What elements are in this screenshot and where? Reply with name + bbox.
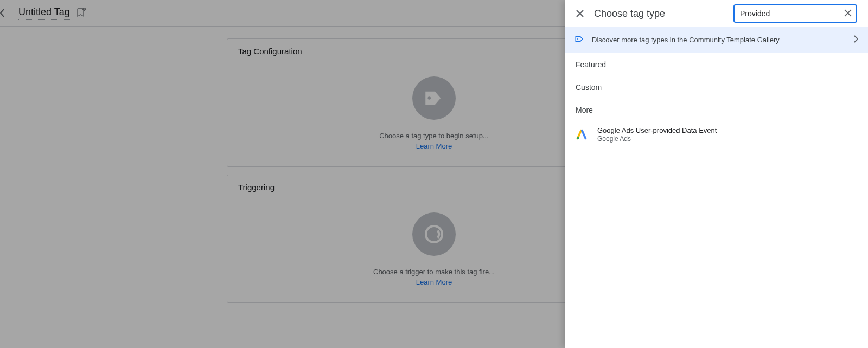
panel-header: Choose tag type <box>565 0 868 27</box>
choose-tag-type-panel: Choose tag type Discover more tag types … <box>565 0 868 348</box>
search-input[interactable] <box>740 9 843 18</box>
google-ads-icon <box>576 128 588 140</box>
section-featured: Featured <box>565 53 868 75</box>
tag-item-subtitle: Google Ads <box>597 135 717 143</box>
discover-banner[interactable]: Discover more tag types in the Community… <box>565 27 868 53</box>
section-more: More <box>565 98 868 121</box>
svg-point-2 <box>577 38 578 39</box>
close-icon[interactable] <box>575 10 585 17</box>
chevron-right-icon <box>854 34 858 46</box>
clear-search-icon[interactable] <box>843 8 853 20</box>
svg-point-3 <box>577 137 579 139</box>
section-custom: Custom <box>565 75 868 98</box>
discover-text: Discover more tag types in the Community… <box>592 36 846 44</box>
tag-icon <box>575 34 584 46</box>
tag-type-item[interactable]: Google Ads User-provided Data Event Goog… <box>565 121 868 148</box>
panel-title: Choose tag type <box>594 8 665 20</box>
tag-item-title: Google Ads User-provided Data Event <box>597 126 717 134</box>
search-box <box>733 4 857 23</box>
